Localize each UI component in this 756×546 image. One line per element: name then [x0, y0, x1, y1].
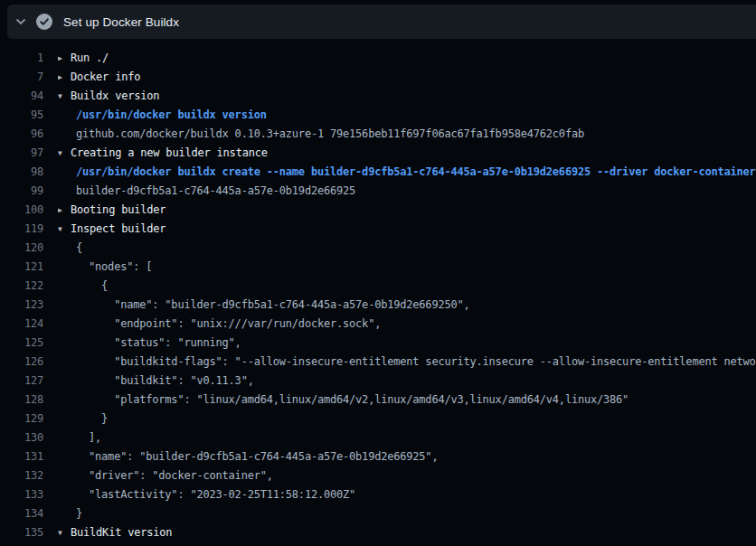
log-text: /usr/bin/docker buildx version: [76, 108, 267, 121]
line-number[interactable]: 122: [0, 277, 43, 296]
log-output-line: {: [58, 277, 756, 296]
line-number[interactable]: 133: [0, 485, 43, 504]
log-line: 128 "platforms": "linux/amd64,linux/amd6…: [0, 391, 756, 410]
log-line: 7▶Docker info: [0, 68, 756, 87]
log-line: 123 "name": "builder-d9cfb5a1-c764-445a-…: [0, 296, 756, 315]
line-number[interactable]: 136: [0, 542, 43, 546]
line-number[interactable]: 129: [0, 410, 43, 428]
chevron-down-icon[interactable]: ▼: [58, 144, 71, 163]
workflow-log-panel: Set up Docker Buildx 1▶Run ./7▶Docker in…: [0, 0, 756, 546]
log-output-line: "name": "builder-d9cfb5a1-c764-445a-a57e…: [58, 447, 756, 466]
log-output-line: "name": "builder-d9cfb5a1-c764-445a-a57e…: [58, 296, 756, 315]
check-circle-icon: [36, 14, 52, 30]
log-output-line: "endpoint": "unix:///var/run/docker.sock…: [58, 315, 756, 334]
log-line: 95/usr/bin/docker buildx version: [0, 106, 756, 125]
line-number[interactable]: 96: [0, 125, 43, 144]
log-line: 98/usr/bin/docker buildx create --name b…: [0, 163, 756, 182]
log-line: 126 "buildkitd-flags": "--allow-insecure…: [0, 353, 756, 372]
chevron-right-icon[interactable]: ▶: [58, 49, 71, 68]
log-text: {: [76, 241, 82, 254]
line-number[interactable]: 119: [0, 220, 43, 239]
log-line: 122 {: [0, 277, 756, 296]
chevron-down-icon[interactable]: ▼: [58, 523, 71, 542]
line-number[interactable]: 1: [0, 49, 43, 68]
log-group-title: Inspect builder: [71, 222, 165, 235]
line-number[interactable]: 99: [0, 182, 43, 201]
log-line: 94▼Buildx version: [0, 87, 756, 106]
chevron-down-icon[interactable]: ▼: [58, 87, 71, 106]
line-number[interactable]: 134: [0, 504, 43, 523]
log-group-title: Buildx version: [71, 89, 159, 102]
log-output-line: builder-d9cfb5a1-c764-445a-a57e-0b19d2e6…: [58, 542, 756, 546]
line-number[interactable]: 123: [0, 296, 43, 315]
line-number[interactable]: 7: [0, 68, 43, 87]
log-group-title: BuildKit version: [71, 526, 172, 539]
log-text: "endpoint": "unix:///var/run/docker.sock…: [76, 317, 381, 330]
log-group-header[interactable]: ▼Inspect builder: [58, 220, 756, 239]
log-text: "name": "builder-d9cfb5a1-c764-445a-a57e…: [76, 298, 470, 311]
chevron-down-icon[interactable]: [7, 5, 34, 39]
chevron-down-icon[interactable]: ▼: [58, 220, 71, 239]
log-output-line: "status": "running",: [58, 334, 756, 353]
line-number[interactable]: 135: [0, 523, 43, 542]
line-number[interactable]: 94: [0, 87, 43, 106]
log-group-header[interactable]: ▶Docker info: [58, 68, 756, 87]
log-line: 125 "status": "running",: [0, 334, 756, 353]
log-line: 127 "buildkit": "v0.11.3",: [0, 372, 756, 391]
log-group-title: Docker info: [71, 71, 140, 83]
log-output-line: "buildkit": "v0.11.3",: [58, 372, 756, 391]
log-output-line: builder-d9cfb5a1-c764-445a-a57e-0b19d2e6…: [58, 182, 756, 201]
log-output-line: {: [58, 239, 756, 258]
line-number[interactable]: 100: [0, 201, 43, 220]
line-number[interactable]: 132: [0, 466, 43, 485]
log-line: 129 }: [0, 410, 756, 428]
log-text: "nodes": [: [76, 260, 152, 273]
line-number[interactable]: 124: [0, 315, 43, 334]
log-line: 130 ],: [0, 428, 756, 447]
log-line: 132 "driver": "docker-container",: [0, 466, 756, 485]
log-command-line: /usr/bin/docker buildx version: [58, 106, 756, 125]
line-number[interactable]: 125: [0, 334, 43, 353]
log-text: }: [76, 507, 82, 520]
log-group-title: Creating a new builder instance: [71, 146, 268, 159]
log-text: builder-d9cfb5a1-c764-445a-a57e-0b19d2e6…: [76, 184, 355, 197]
line-number[interactable]: 95: [0, 106, 43, 125]
log-group-header[interactable]: ▼Buildx version: [58, 87, 756, 106]
log-output-line: }: [58, 410, 756, 428]
log-line: 99builder-d9cfb5a1-c764-445a-a57e-0b19d2…: [0, 182, 756, 201]
log-line: 133 "lastActivity": "2023-02-25T11:58:12…: [0, 485, 756, 504]
log-output-line: "buildkitd-flags": "--allow-insecure-ent…: [58, 353, 756, 372]
log-line: 120{: [0, 239, 756, 258]
line-number[interactable]: 121: [0, 258, 43, 277]
line-number[interactable]: 127: [0, 372, 43, 391]
line-number[interactable]: 131: [0, 447, 43, 466]
step-title: Set up Docker Buildx: [63, 15, 179, 29]
log-text: ],: [76, 431, 101, 444]
log-group-header[interactable]: ▶Booting builder: [58, 201, 756, 220]
log-line: 121 "nodes": [: [0, 258, 756, 277]
log-output-line: "lastActivity": "2023-02-25T11:58:12.000…: [58, 485, 756, 504]
line-number[interactable]: 128: [0, 391, 43, 410]
step-header[interactable]: Set up Docker Buildx: [7, 5, 756, 39]
log-container: 1▶Run ./7▶Docker info94▼Buildx version95…: [0, 41, 756, 546]
log-group-header[interactable]: ▶Run ./: [58, 49, 756, 68]
chevron-right-icon[interactable]: ▶: [58, 68, 71, 87]
line-number[interactable]: 130: [0, 428, 43, 447]
line-number[interactable]: 126: [0, 353, 43, 372]
line-number[interactable]: 120: [0, 239, 43, 258]
log-text: "status": "running",: [76, 336, 241, 349]
log-group-title: Booting builder: [71, 203, 165, 216]
log-line: 96github.com/docker/buildx 0.10.3+azure-…: [0, 125, 756, 144]
line-number[interactable]: 98: [0, 163, 43, 182]
log-line: 134}: [0, 504, 756, 523]
log-output-line: ],: [58, 428, 756, 447]
log-group-header[interactable]: ▼BuildKit version: [58, 523, 756, 542]
log-text: github.com/docker/buildx 0.10.3+azure-1 …: [76, 127, 584, 140]
log-group-header[interactable]: ▼Creating a new builder instance: [58, 144, 756, 163]
log-text: {: [76, 279, 108, 292]
chevron-right-icon[interactable]: ▶: [58, 201, 71, 220]
log-text: "buildkit": "v0.11.3",: [76, 374, 254, 387]
line-number[interactable]: 97: [0, 144, 43, 163]
log-output-line: "nodes": [: [58, 258, 756, 277]
log-output-line: "driver": "docker-container",: [58, 466, 756, 485]
